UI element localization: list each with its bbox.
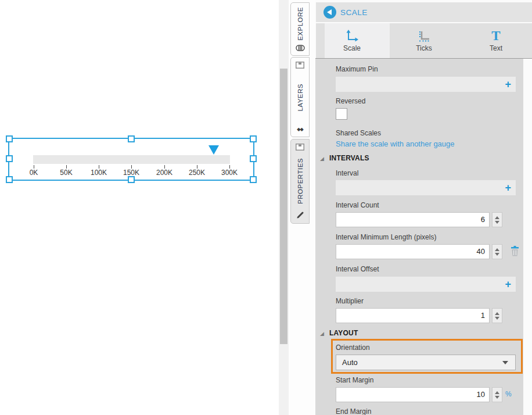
interval-min-length-input[interactable]: 40	[336, 244, 490, 259]
spin-up-icon[interactable]	[495, 248, 499, 251]
tab-ticks-label: Ticks	[416, 44, 432, 52]
plus-icon[interactable]: +	[505, 181, 511, 194]
gauge-designer-window: 0K 50K 100K 150K 200K 250K 300K EXPLORE	[0, 0, 532, 415]
interval-count-spinner[interactable]	[492, 212, 502, 227]
multiplier-label: Multiplier	[336, 297, 364, 305]
window-icon	[296, 144, 304, 151]
sidebar-tab-explore-label: EXPLORE	[297, 7, 304, 41]
ticks-axis-icon	[418, 30, 430, 42]
start-margin-input[interactable]: 10	[336, 387, 490, 402]
panel-content: Maximum Pin + Reversed Shared Scales Sha…	[315, 59, 523, 415]
plus-icon[interactable]: +	[505, 278, 511, 291]
multiplier-input[interactable]: 1	[336, 308, 490, 323]
interval-min-length-value: 40	[477, 245, 485, 259]
shared-scales-label: Shared Scales	[336, 129, 381, 137]
text-t-icon: T	[490, 30, 502, 42]
interval-count-label: Interval Count	[336, 201, 379, 209]
scale-axis-icon	[346, 30, 358, 42]
sidebar-tab-layers[interactable]: LAYERS ◆◆	[290, 57, 310, 137]
reversed-checkbox[interactable]	[336, 108, 347, 120]
interval-offset-label: Interval Offset	[336, 265, 379, 273]
linear-scale-bar[interactable]	[33, 155, 230, 164]
panel-title: SCALE	[340, 8, 368, 17]
start-margin-label: Start Margin	[336, 376, 373, 384]
start-margin-value: 10	[477, 388, 485, 402]
tab-ticks[interactable]: Ticks	[388, 23, 460, 58]
intervals-section-header[interactable]: INTERVALS	[329, 154, 369, 162]
sidebar-tab-explore[interactable]: EXPLORE	[290, 2, 310, 56]
tick-label: 0K	[17, 169, 50, 177]
intervals-expander-icon[interactable]: ◢	[320, 156, 324, 162]
tick-label: 250K	[181, 169, 213, 177]
sidebar-tab-layers-label: LAYERS	[297, 84, 304, 112]
window-icon	[296, 62, 304, 69]
interval-add-field[interactable]: +	[336, 180, 516, 195]
selection-handle-sw[interactable]	[6, 176, 13, 183]
interval-min-length-spinner[interactable]	[492, 244, 502, 259]
interval-count-input[interactable]: 6	[336, 212, 490, 227]
tab-scale-label: Scale	[343, 44, 361, 52]
spin-up-icon[interactable]	[495, 312, 499, 315]
multiplier-spinner[interactable]	[492, 308, 502, 323]
spin-down-icon[interactable]	[495, 221, 499, 224]
interval-label: Interval	[336, 169, 358, 177]
canvas-scrollbar-thumb[interactable]	[280, 69, 287, 344]
tab-text[interactable]: T Text	[460, 23, 532, 58]
layout-expander-icon[interactable]: ◢	[320, 331, 324, 337]
share-scale-link[interactable]: Share the scale with another gauge	[336, 139, 455, 148]
canvas-scrollbar[interactable]	[279, 0, 289, 415]
interval-min-length-label: Interval Minimum Length (pixels)	[336, 233, 436, 241]
tab-text-label: Text	[490, 44, 502, 52]
orientation-label: Orientation	[336, 344, 370, 352]
scale-marker-triangle-icon[interactable]	[209, 145, 219, 155]
multiplier-value: 1	[481, 309, 485, 323]
sidebar-tab-properties-label: PROPERTIES	[297, 158, 304, 204]
spin-down-icon[interactable]	[495, 396, 499, 399]
orientation-dropdown[interactable]: Auto	[336, 355, 516, 370]
back-arrow-icon	[327, 9, 332, 15]
maximum-pin-label: Maximum Pin	[336, 65, 378, 73]
swap-diamonds-icon: ◆◆	[297, 127, 303, 133]
database-icon	[296, 45, 305, 51]
spin-down-icon[interactable]	[495, 253, 499, 256]
pencil-icon	[296, 211, 304, 219]
tick-label: 50K	[50, 169, 82, 177]
tick-label: 100K	[82, 169, 115, 177]
spin-up-icon[interactable]	[495, 216, 499, 219]
percent-unit-label: %	[505, 390, 512, 398]
back-button[interactable]	[323, 6, 336, 19]
interval-offset-add-field[interactable]: +	[336, 277, 516, 292]
spin-down-icon[interactable]	[495, 317, 499, 320]
tick-label: 300K	[213, 169, 246, 177]
panel-header: SCALE	[316, 2, 532, 22]
design-canvas[interactable]: 0K 50K 100K 150K 200K 250K 300K	[0, 0, 279, 415]
properties-panel: SCALE Scale	[315, 0, 532, 415]
selection-handle-n[interactable]	[128, 135, 135, 142]
tab-scale[interactable]: Scale	[316, 23, 388, 58]
tick-label: 150K	[115, 169, 148, 177]
start-margin-spinner[interactable]	[492, 387, 502, 402]
maximum-pin-add-field[interactable]: +	[336, 77, 516, 92]
chevron-down-icon	[502, 361, 508, 364]
selection-handle-w[interactable]	[6, 155, 13, 162]
interval-count-value: 6	[481, 213, 485, 227]
spin-up-icon[interactable]	[495, 391, 499, 394]
tick-label: 200K	[148, 169, 181, 177]
panel-tab-bar: Scale Ticks	[316, 23, 532, 58]
sidebar-tab-properties[interactable]: PROPERTIES	[290, 139, 310, 224]
end-margin-label: End Margin	[336, 407, 371, 415]
selection-handle-se[interactable]	[250, 176, 257, 183]
selection-handle-s[interactable]	[128, 176, 135, 183]
plus-icon[interactable]: +	[505, 78, 511, 91]
orientation-value: Auto	[342, 355, 358, 370]
selection-handle-nw[interactable]	[6, 135, 13, 142]
reversed-label: Reversed	[336, 97, 365, 105]
layout-section-header[interactable]: LAYOUT	[329, 329, 358, 337]
selection-handle-e[interactable]	[250, 155, 257, 162]
selection-handle-ne[interactable]	[250, 135, 257, 142]
trash-icon[interactable]	[510, 245, 520, 260]
